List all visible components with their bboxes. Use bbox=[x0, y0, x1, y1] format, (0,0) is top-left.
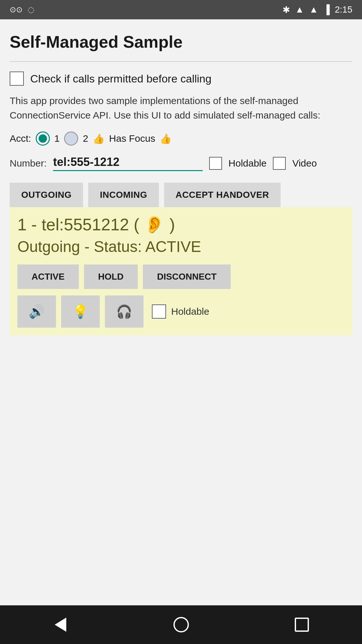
description-text: This app provides two sample implementat… bbox=[10, 93, 352, 122]
check-calls-checkbox[interactable] bbox=[10, 72, 24, 86]
battery-icon: ▐ bbox=[323, 5, 330, 15]
nav-bar bbox=[0, 605, 362, 644]
video-checkbox[interactable] bbox=[273, 157, 286, 170]
call-status-text: Outgoing - Status: ACTIVE bbox=[17, 238, 345, 255]
call-control-buttons: ACTIVE HOLD DISCONNECT bbox=[17, 264, 345, 289]
acct-row: Acct: 1 2 👍 Has Focus 👍 bbox=[10, 131, 352, 146]
active-button[interactable]: ACTIVE bbox=[17, 264, 79, 289]
call-icon-buttons: 🔊 💡 🎧 Holdable bbox=[17, 295, 345, 328]
holdable-checkbox-top[interactable] bbox=[209, 157, 222, 170]
headphone-icon: 🎧 bbox=[116, 304, 132, 319]
headphone-button[interactable]: 🎧 bbox=[105, 295, 144, 328]
number-row: Number: Holdable Video bbox=[10, 155, 352, 171]
speaker-icon: 🔊 bbox=[29, 304, 45, 319]
holdable-checkbox-panel[interactable] bbox=[152, 304, 166, 319]
back-button[interactable] bbox=[48, 612, 73, 638]
notification-icon: ◌ bbox=[28, 5, 34, 14]
holdable-label-panel: Holdable bbox=[171, 306, 209, 317]
voicemail-icon: ⊙⊙ bbox=[10, 5, 23, 14]
signal-icon: ▲ bbox=[309, 5, 318, 15]
wifi-icon: ▲ bbox=[295, 5, 304, 15]
acct2-radio[interactable] bbox=[64, 131, 78, 146]
number-label: Number: bbox=[10, 158, 47, 169]
acct2-number: 2 bbox=[83, 133, 88, 144]
home-icon bbox=[173, 617, 189, 632]
check-calls-row[interactable]: Check if calls permitted before calling bbox=[10, 72, 352, 86]
speaker-button[interactable]: 🔊 bbox=[17, 295, 56, 328]
bulb-icon: 💡 bbox=[72, 304, 88, 319]
action-buttons-row: OUTGOING INCOMING ACCEPT HANDOVER bbox=[10, 183, 352, 207]
divider bbox=[10, 61, 352, 62]
thumbs-up-2-icon: 👍 bbox=[160, 133, 172, 144]
acct-label: Acct: bbox=[10, 133, 31, 144]
video-label: Video bbox=[292, 158, 317, 169]
bluetooth-icon: ✱ bbox=[283, 5, 290, 15]
status-bar: ⊙⊙ ◌ ✱ ▲ ▲ ▐ 2:15 bbox=[0, 0, 362, 19]
clock: 2:15 bbox=[335, 5, 353, 15]
call-panel: 1 - tel:5551212 ( 👂 ) Outgoing - Status:… bbox=[10, 207, 352, 335]
hold-button[interactable]: HOLD bbox=[84, 264, 138, 289]
number-input[interactable] bbox=[53, 155, 203, 171]
app-title: Self-Managed Sample bbox=[10, 32, 352, 52]
disconnect-button[interactable]: DISCONNECT bbox=[143, 264, 231, 289]
holdable-row: Holdable bbox=[152, 304, 209, 319]
outgoing-button[interactable]: OUTGOING bbox=[10, 183, 83, 207]
holdable-label-top: Holdable bbox=[228, 158, 266, 169]
bulb-button[interactable]: 💡 bbox=[61, 295, 100, 328]
home-button[interactable] bbox=[168, 612, 194, 638]
recents-button[interactable] bbox=[289, 612, 315, 638]
recents-icon bbox=[295, 618, 309, 632]
has-focus-label: Has Focus bbox=[109, 133, 155, 144]
status-bar-right: ✱ ▲ ▲ ▐ 2:15 bbox=[283, 5, 352, 15]
incoming-button[interactable]: INCOMING bbox=[88, 183, 159, 207]
call-number-text: 1 - tel:5551212 ( 👂 ) bbox=[17, 215, 345, 235]
check-calls-label: Check if calls permitted before calling bbox=[30, 72, 211, 85]
acct1-number: 1 bbox=[54, 133, 60, 144]
accept-handover-button[interactable]: ACCEPT HANDOVER bbox=[164, 183, 281, 207]
status-bar-left: ⊙⊙ ◌ bbox=[10, 5, 34, 14]
main-content: Self-Managed Sample Check if calls permi… bbox=[0, 19, 362, 605]
back-icon bbox=[55, 618, 66, 632]
acct1-radio[interactable] bbox=[36, 131, 50, 146]
thumbs-up-1-icon: 👍 bbox=[93, 133, 105, 144]
